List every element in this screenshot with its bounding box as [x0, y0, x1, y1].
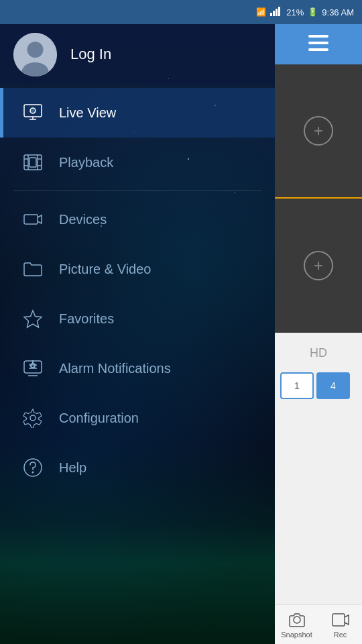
right-panel: + + HD 1 4	[275, 24, 362, 644]
time-display: 9:36 AM	[322, 7, 354, 17]
add-camera-bottom[interactable]: +	[304, 251, 333, 280]
sidebar-item-picture-video[interactable]: Picture & Video	[0, 244, 275, 294]
layout-4-label: 4	[330, 380, 336, 391]
snapshot-icon	[288, 610, 306, 629]
snapshot-label: Snapshot	[281, 631, 312, 639]
main-container: Log In Live View	[0, 24, 362, 644]
sidebar-item-picture-video-label: Picture & Video	[59, 262, 152, 277]
layout-1-button[interactable]: 1	[280, 372, 314, 399]
battery-percent: 21%	[286, 7, 304, 17]
sidebar: Log In Live View	[0, 24, 275, 644]
svg-point-10	[30, 108, 36, 113]
profile-header[interactable]: Log In	[0, 24, 275, 85]
svg-rect-2	[276, 9, 278, 16]
help-icon	[20, 455, 46, 480]
add-camera-top[interactable]: +	[304, 116, 333, 146]
bottom-toolbar: Snapshot Rec	[275, 604, 362, 644]
sidebar-item-favorites[interactable]: Favorites	[0, 294, 275, 343]
layout-4-button[interactable]: 4	[316, 372, 350, 399]
menu-divider	[13, 191, 261, 191]
record-icon	[331, 610, 350, 629]
sidebar-item-playback-label: Playback	[59, 155, 113, 170]
svg-point-5	[27, 42, 44, 58]
camera-slot-bottom[interactable]: +	[275, 199, 362, 333]
film-icon	[20, 150, 46, 175]
status-bar: 📶 21% 🔋 9:36 AM	[0, 0, 362, 24]
wifi-icon: 📶	[256, 7, 266, 17]
record-label: Rec	[334, 631, 347, 639]
star-icon	[20, 306, 46, 331]
record-button[interactable]: Rec	[318, 605, 362, 644]
layout-buttons: 1 4	[275, 367, 362, 405]
monitor-icon	[20, 100, 46, 125]
hd-label: HD	[275, 333, 362, 367]
svg-rect-0	[270, 13, 272, 16]
menu-list: Live View	[0, 88, 275, 492]
signal-icon	[270, 7, 282, 18]
camera-slot-top[interactable]: +	[275, 64, 362, 199]
sidebar-item-live-view[interactable]: Live View	[0, 88, 275, 138]
svg-rect-31	[308, 42, 328, 44]
sidebar-item-favorites-label: Favorites	[59, 311, 114, 327]
svg-rect-18	[29, 158, 36, 167]
svg-point-27	[30, 415, 36, 421]
sidebar-item-alarm[interactable]: Alarm Notifications	[0, 343, 275, 393]
sidebar-item-help[interactable]: Help	[0, 443, 275, 492]
svg-rect-1	[273, 11, 275, 16]
sidebar-item-configuration[interactable]: Configuration	[0, 393, 275, 443]
camera-device-icon	[20, 207, 46, 232]
sidebar-item-help-label: Help	[59, 460, 86, 476]
bottom-section: HD 1 4	[275, 333, 362, 644]
svg-rect-19	[24, 215, 38, 224]
avatar	[13, 33, 57, 76]
svg-point-33	[294, 616, 300, 623]
alarm-icon	[20, 356, 46, 381]
svg-rect-3	[278, 7, 280, 16]
sidebar-item-live-view-label: Live View	[59, 105, 116, 121]
hamburger-button[interactable]	[275, 24, 362, 64]
svg-point-29	[32, 472, 34, 474]
layout-1-label: 1	[294, 380, 300, 391]
sidebar-item-alarm-label: Alarm Notifications	[59, 361, 171, 376]
gear-icon	[20, 405, 46, 431]
snapshot-button[interactable]: Snapshot	[275, 605, 318, 644]
hamburger-icon	[308, 33, 328, 56]
login-button[interactable]: Log In	[70, 46, 111, 63]
svg-marker-20	[24, 311, 42, 327]
svg-rect-30	[308, 35, 328, 38]
sidebar-item-devices[interactable]: Devices	[0, 195, 275, 244]
svg-point-25	[31, 364, 35, 368]
svg-rect-32	[308, 48, 328, 51]
sidebar-item-playback[interactable]: Playback	[0, 138, 275, 187]
battery-icon: 🔋	[308, 7, 318, 17]
svg-rect-34	[333, 614, 345, 626]
sidebar-item-devices-label: Devices	[59, 212, 107, 227]
sidebar-item-configuration-label: Configuration	[59, 411, 139, 426]
folder-icon	[20, 256, 46, 282]
